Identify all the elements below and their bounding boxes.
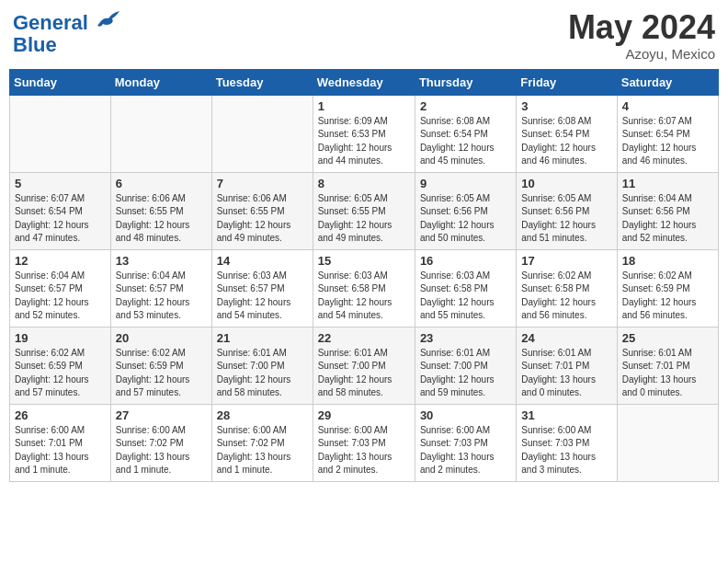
day-number: 5 (15, 177, 106, 190)
day-info: Sunrise: 6:03 AM Sunset: 6:57 PM Dayligh… (217, 270, 308, 323)
day-number: 29 (318, 408, 410, 422)
day-info: Sunrise: 6:01 AM Sunset: 7:00 PM Dayligh… (217, 347, 308, 400)
calendar-cell (211, 95, 313, 172)
day-number: 22 (318, 331, 410, 345)
day-number: 30 (420, 408, 511, 422)
day-number: 25 (622, 331, 713, 345)
calendar-cell: 30Sunrise: 6:00 AM Sunset: 7:03 PM Dayli… (415, 404, 516, 481)
weekday-header-row: SundayMondayTuesdayWednesdayThursdayFrid… (10, 69, 719, 95)
location-subtitle: Azoyu, Mexico (568, 46, 715, 62)
day-number: 10 (521, 177, 611, 190)
logo-blue: Blue (13, 33, 57, 56)
calendar-week-row: 19Sunrise: 6:02 AM Sunset: 6:59 PM Dayli… (10, 327, 719, 404)
day-info: Sunrise: 6:06 AM Sunset: 6:55 PM Dayligh… (116, 192, 207, 246)
day-info: Sunrise: 6:02 AM Sunset: 6:59 PM Dayligh… (622, 270, 713, 323)
day-info: Sunrise: 6:08 AM Sunset: 6:54 PM Dayligh… (420, 115, 511, 168)
calendar-cell (110, 95, 211, 172)
calendar-cell: 23Sunrise: 6:01 AM Sunset: 7:00 PM Dayli… (415, 327, 516, 404)
day-info: Sunrise: 6:02 AM Sunset: 6:59 PM Dayligh… (116, 347, 207, 400)
calendar-table: SundayMondayTuesdayWednesdayThursdayFrid… (9, 69, 719, 482)
day-info: Sunrise: 6:01 AM Sunset: 7:00 PM Dayligh… (420, 347, 511, 400)
day-info: Sunrise: 6:04 AM Sunset: 6:57 PM Dayligh… (116, 270, 207, 323)
day-info: Sunrise: 6:03 AM Sunset: 6:58 PM Dayligh… (420, 270, 511, 323)
calendar-cell: 7Sunrise: 6:06 AM Sunset: 6:55 PM Daylig… (211, 172, 313, 249)
day-number: 9 (420, 177, 511, 190)
calendar-cell: 27Sunrise: 6:00 AM Sunset: 7:02 PM Dayli… (110, 404, 211, 481)
day-number: 23 (420, 331, 511, 345)
day-number: 13 (116, 254, 207, 268)
logo-general: General (13, 11, 88, 34)
calendar-cell: 1Sunrise: 6:09 AM Sunset: 6:53 PM Daylig… (313, 95, 415, 172)
day-number: 19 (15, 331, 106, 345)
weekday-header-wednesday: Wednesday (313, 69, 415, 95)
day-info: Sunrise: 6:01 AM Sunset: 7:00 PM Dayligh… (318, 347, 410, 400)
day-info: Sunrise: 6:05 AM Sunset: 6:56 PM Dayligh… (521, 192, 611, 246)
calendar-cell: 3Sunrise: 6:08 AM Sunset: 6:54 PM Daylig… (517, 95, 617, 172)
day-number: 31 (521, 408, 611, 422)
calendar-week-row: 26Sunrise: 6:00 AM Sunset: 7:01 PM Dayli… (10, 404, 719, 481)
calendar-cell: 28Sunrise: 6:00 AM Sunset: 7:02 PM Dayli… (211, 404, 313, 481)
calendar-cell: 5Sunrise: 6:07 AM Sunset: 6:54 PM Daylig… (10, 172, 111, 249)
day-info: Sunrise: 6:05 AM Sunset: 6:56 PM Dayligh… (420, 192, 511, 246)
day-info: Sunrise: 6:03 AM Sunset: 6:58 PM Dayligh… (318, 270, 410, 323)
day-info: Sunrise: 6:08 AM Sunset: 6:54 PM Dayligh… (521, 115, 611, 168)
calendar-cell: 24Sunrise: 6:01 AM Sunset: 7:01 PM Dayli… (517, 327, 617, 404)
day-number: 4 (622, 99, 713, 113)
day-number: 11 (622, 177, 713, 190)
day-number: 27 (116, 408, 207, 422)
day-info: Sunrise: 6:01 AM Sunset: 7:01 PM Dayligh… (622, 347, 713, 400)
calendar-cell: 26Sunrise: 6:00 AM Sunset: 7:01 PM Dayli… (10, 404, 111, 481)
day-number: 24 (521, 331, 611, 345)
day-number: 17 (521, 254, 611, 268)
logo: General Blue (13, 9, 121, 56)
day-info: Sunrise: 6:07 AM Sunset: 6:54 PM Dayligh… (622, 115, 713, 168)
calendar-cell: 21Sunrise: 6:01 AM Sunset: 7:00 PM Dayli… (211, 327, 313, 404)
day-number: 8 (318, 177, 410, 190)
calendar-cell: 9Sunrise: 6:05 AM Sunset: 6:56 PM Daylig… (415, 172, 516, 249)
calendar-cell: 6Sunrise: 6:06 AM Sunset: 6:55 PM Daylig… (110, 172, 211, 249)
day-info: Sunrise: 6:07 AM Sunset: 6:54 PM Dayligh… (15, 192, 106, 246)
calendar-week-row: 5Sunrise: 6:07 AM Sunset: 6:54 PM Daylig… (10, 172, 719, 249)
day-info: Sunrise: 6:04 AM Sunset: 6:57 PM Dayligh… (15, 270, 106, 323)
calendar-cell: 11Sunrise: 6:04 AM Sunset: 6:56 PM Dayli… (617, 172, 718, 249)
day-info: Sunrise: 6:09 AM Sunset: 6:53 PM Dayligh… (318, 115, 410, 168)
day-info: Sunrise: 6:00 AM Sunset: 7:03 PM Dayligh… (318, 424, 410, 477)
day-number: 21 (217, 331, 308, 345)
day-number: 3 (521, 99, 611, 113)
day-number: 1 (318, 99, 410, 113)
calendar-cell: 10Sunrise: 6:05 AM Sunset: 6:56 PM Dayli… (517, 172, 617, 249)
calendar-week-row: 1Sunrise: 6:09 AM Sunset: 6:53 PM Daylig… (10, 95, 719, 172)
calendar-cell (617, 404, 718, 481)
calendar-cell: 17Sunrise: 6:02 AM Sunset: 6:58 PM Dayli… (517, 249, 617, 327)
weekday-header-monday: Monday (110, 69, 211, 95)
calendar-cell: 19Sunrise: 6:02 AM Sunset: 6:59 PM Dayli… (10, 327, 111, 404)
weekday-header-thursday: Thursday (415, 69, 516, 95)
calendar-week-row: 12Sunrise: 6:04 AM Sunset: 6:57 PM Dayli… (10, 249, 719, 327)
day-number: 14 (217, 254, 308, 268)
day-info: Sunrise: 6:04 AM Sunset: 6:56 PM Dayligh… (622, 192, 713, 246)
day-number: 7 (217, 177, 308, 190)
calendar-cell: 25Sunrise: 6:01 AM Sunset: 7:01 PM Dayli… (617, 327, 718, 404)
calendar-cell: 14Sunrise: 6:03 AM Sunset: 6:57 PM Dayli… (211, 249, 313, 327)
day-number: 28 (217, 408, 308, 422)
day-info: Sunrise: 6:01 AM Sunset: 7:01 PM Dayligh… (521, 347, 611, 400)
logo-bird-icon (96, 9, 121, 29)
day-info: Sunrise: 6:02 AM Sunset: 6:59 PM Dayligh… (15, 347, 106, 400)
day-number: 15 (318, 254, 410, 268)
month-year-title: May 2024 (568, 9, 715, 46)
day-info: Sunrise: 6:00 AM Sunset: 7:02 PM Dayligh… (116, 424, 207, 477)
calendar-cell: 15Sunrise: 6:03 AM Sunset: 6:58 PM Dayli… (313, 249, 415, 327)
calendar-cell: 29Sunrise: 6:00 AM Sunset: 7:03 PM Dayli… (313, 404, 415, 481)
calendar-cell: 13Sunrise: 6:04 AM Sunset: 6:57 PM Dayli… (110, 249, 211, 327)
calendar-cell: 2Sunrise: 6:08 AM Sunset: 6:54 PM Daylig… (415, 95, 516, 172)
weekday-header-sunday: Sunday (10, 69, 111, 95)
day-number: 16 (420, 254, 511, 268)
day-number: 2 (420, 99, 511, 113)
day-info: Sunrise: 6:05 AM Sunset: 6:55 PM Dayligh… (318, 192, 410, 246)
weekday-header-saturday: Saturday (617, 69, 718, 95)
day-info: Sunrise: 6:02 AM Sunset: 6:58 PM Dayligh… (521, 270, 611, 323)
calendar-cell: 12Sunrise: 6:04 AM Sunset: 6:57 PM Dayli… (10, 249, 111, 327)
day-info: Sunrise: 6:00 AM Sunset: 7:02 PM Dayligh… (217, 424, 308, 477)
day-number: 20 (116, 331, 207, 345)
day-info: Sunrise: 6:00 AM Sunset: 7:03 PM Dayligh… (420, 424, 511, 477)
